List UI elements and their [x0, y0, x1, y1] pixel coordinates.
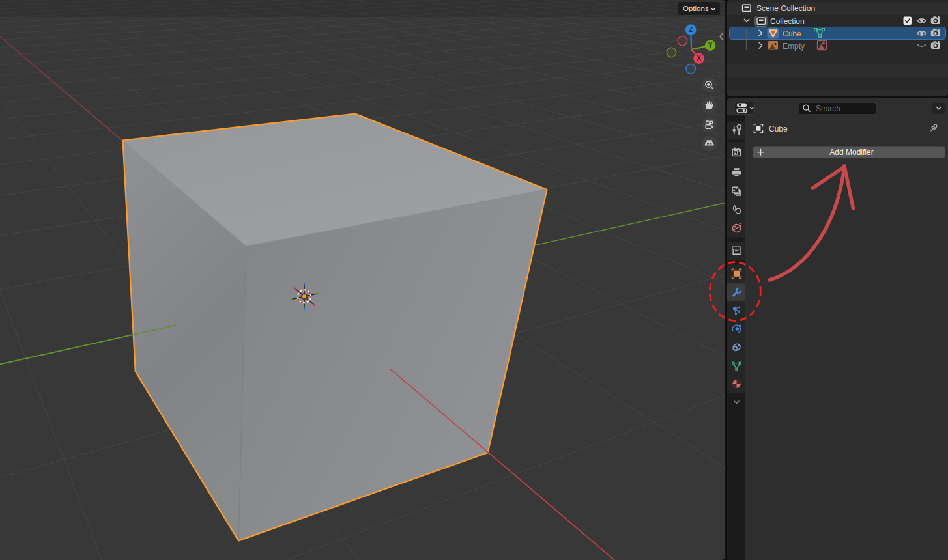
svg-text:X: X — [697, 55, 701, 62]
svg-text:Empty: Empty — [783, 42, 805, 51]
svg-text:Add Modifier: Add Modifier — [829, 148, 873, 157]
svg-text:Y: Y — [708, 42, 713, 49]
svg-text:Cube: Cube — [769, 124, 788, 133]
svg-text:Z: Z — [689, 26, 693, 33]
svg-text:Collection: Collection — [770, 17, 805, 26]
svg-text:Scene Collection: Scene Collection — [756, 4, 815, 13]
svg-text:Cube: Cube — [783, 29, 801, 38]
svg-text:Search: Search — [816, 104, 840, 113]
